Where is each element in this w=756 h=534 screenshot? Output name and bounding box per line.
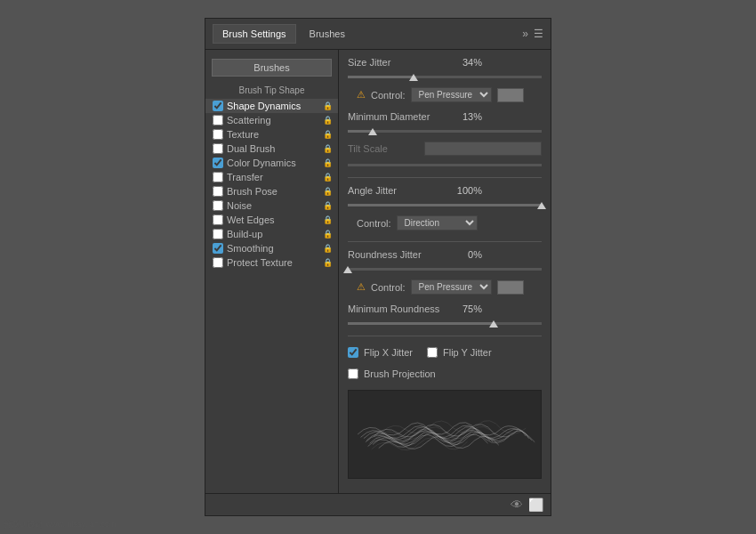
tilt-scale-label: Tilt Scale <box>348 143 419 154</box>
sidebar-item-color-dynamics[interactable]: Color Dynamics 🔒 <box>205 156 338 170</box>
lock-icon-3: 🔒 <box>323 130 333 139</box>
sidebar-item-smoothing[interactable]: Smoothing 🔒 <box>205 241 338 255</box>
scattering-checkbox[interactable] <box>213 115 223 125</box>
sidebar-item-scattering[interactable]: Scattering 🔒 <box>205 113 338 127</box>
warn-icon-1: ⚠ <box>357 89 366 101</box>
roundness-jitter-value: 0% <box>451 249 482 260</box>
flip-x-checkbox[interactable] <box>348 347 358 358</box>
brush-projection-checkbox[interactable] <box>348 368 358 379</box>
size-jitter-slider[interactable] <box>348 76 542 78</box>
min-diameter-row: Minimum Diameter 13% <box>348 111 542 122</box>
sidebar-item-noise[interactable]: Noise 🔒 <box>205 198 338 213</box>
panel-body: Brushes Brush Tip Shape Shape Dynamics 🔒… <box>205 50 551 493</box>
divider-2 <box>348 241 542 242</box>
tilt-scale-box[interactable] <box>424 142 542 156</box>
noise-checkbox[interactable] <box>213 200 223 211</box>
control-row-1: ⚠ Control: Pen Pressure Pen Tilt Stylus … <box>348 87 542 102</box>
lock-icon-2: 🔒 <box>323 116 333 125</box>
control-label-2: Control: <box>357 218 391 229</box>
control-row-2: Control: Direction Pen Pressure Pen Tilt… <box>348 215 542 231</box>
transfer-checkbox[interactable] <box>213 172 223 182</box>
control-label-1: Control: <box>371 90 406 101</box>
flip-y-checkbox[interactable] <box>427 347 438 358</box>
brush-settings-panel: Brush Settings Brushes » ☰ Brushes Brush… <box>205 18 551 516</box>
lock-icon-4: 🔒 <box>323 144 333 153</box>
brush-pose-checkbox[interactable] <box>213 186 223 197</box>
control-select-3[interactable]: Pen Pressure Pen Tilt Direction Off <box>411 279 492 295</box>
lock-icon-7: 🔒 <box>323 187 333 196</box>
brush-preview <box>348 390 542 479</box>
color-dynamics-checkbox[interactable] <box>213 158 223 168</box>
control-select-1[interactable]: Pen Pressure Pen Tilt Stylus Wheel Direc… <box>411 87 492 102</box>
brush-projection-label: Brush Projection <box>364 368 436 379</box>
size-jitter-label: Size Jitter <box>348 57 446 68</box>
control-select-2[interactable]: Direction Pen Pressure Pen Tilt Off <box>397 215 478 231</box>
brush-tip-shape-label: Brush Tip Shape <box>205 84 338 99</box>
dual-brush-checkbox[interactable] <box>213 143 223 154</box>
angle-jitter-label: Angle Jitter <box>348 185 446 196</box>
sidebar-item-brush-pose[interactable]: Brush Pose 🔒 <box>205 184 338 198</box>
lock-icon-1: 🔒 <box>323 101 333 110</box>
transfer-label: Transfer <box>227 172 263 182</box>
color-dynamics-label: Color Dynamics <box>227 158 296 168</box>
shape-dynamics-label: Shape Dynamics <box>227 101 301 111</box>
watermark: 苦瓜UI设计 www.missyuan.com <box>4 519 117 530</box>
angle-jitter-row: Angle Jitter 100% <box>348 185 542 196</box>
flip-x-label: Flip X Jitter <box>364 347 413 358</box>
header-icons: » ☰ <box>522 28 543 40</box>
sidebar-item-wet-edges[interactable]: Wet Edges 🔒 <box>205 213 338 227</box>
min-diameter-slider[interactable] <box>348 130 542 133</box>
protect-texture-checkbox[interactable] <box>213 257 223 268</box>
tilt-scale-row: Tilt Scale <box>348 142 542 156</box>
lock-icon-8: 🔒 <box>323 201 333 210</box>
flip-y-row: Flip Y Jitter <box>427 347 492 358</box>
min-roundness-slider[interactable] <box>348 322 542 325</box>
wet-edges-label: Wet Edges <box>227 214 275 225</box>
scattering-label: Scattering <box>227 115 271 125</box>
warn-icon-2: ⚠ <box>357 281 366 293</box>
wet-edges-checkbox[interactable] <box>213 214 223 225</box>
new-layer-icon[interactable]: ⬜ <box>528 498 543 512</box>
lock-icon-10: 🔒 <box>323 230 333 239</box>
panel-header: Brush Settings Brushes » ☰ <box>205 19 551 50</box>
roundness-jitter-label: Roundness Jitter <box>348 249 446 260</box>
eye-icon[interactable]: 👁 <box>511 498 523 512</box>
sidebar: Brushes Brush Tip Shape Shape Dynamics 🔒… <box>205 50 339 493</box>
panel-footer: 👁 ⬜ <box>205 493 551 515</box>
brush-projection-row: Brush Projection <box>348 368 542 379</box>
roundness-jitter-row: Roundness Jitter 0% <box>348 249 542 260</box>
angle-jitter-slider[interactable] <box>348 204 542 206</box>
main-content: Size Jitter 34% ⚠ Control: Pen Pressure … <box>339 50 551 493</box>
tab-brush-settings[interactable]: Brush Settings <box>213 24 296 44</box>
buildup-label: Build-up <box>227 229 262 239</box>
control-swatch-1 <box>497 88 524 102</box>
sidebar-item-transfer[interactable]: Transfer 🔒 <box>205 170 338 184</box>
forward-icon[interactable]: » <box>522 28 528 40</box>
tilt-scale-slider[interactable] <box>348 164 542 166</box>
divider-3 <box>348 336 542 336</box>
sidebar-item-shape-dynamics[interactable]: Shape Dynamics 🔒 <box>205 99 338 113</box>
buildup-checkbox[interactable] <box>213 229 223 239</box>
smoothing-checkbox[interactable] <box>213 243 223 254</box>
brushes-button[interactable]: Brushes <box>212 59 331 77</box>
texture-label: Texture <box>227 129 259 140</box>
sidebar-item-texture[interactable]: Texture 🔒 <box>205 127 338 142</box>
protect-texture-label: Protect Texture <box>227 257 293 268</box>
lock-icon-5: 🔒 <box>323 158 333 167</box>
min-roundness-row: Minimum Roundness 75% <box>348 303 542 314</box>
lock-icon-9: 🔒 <box>323 215 333 224</box>
min-roundness-value: 75% <box>451 303 482 314</box>
control-row-3: ⚠ Control: Pen Pressure Pen Tilt Directi… <box>348 279 542 295</box>
sidebar-item-buildup[interactable]: Build-up 🔒 <box>205 227 338 241</box>
roundness-jitter-slider[interactable] <box>348 268 542 271</box>
tab-brushes[interactable]: Brushes <box>300 24 355 44</box>
sidebar-item-dual-brush[interactable]: Dual Brush 🔒 <box>205 142 338 156</box>
dual-brush-label: Dual Brush <box>227 143 275 154</box>
control-label-3: Control: <box>371 282 406 293</box>
smoothing-label: Smoothing <box>227 243 274 254</box>
sidebar-item-protect-texture[interactable]: Protect Texture 🔒 <box>205 255 338 270</box>
shape-dynamics-checkbox[interactable] <box>213 101 223 111</box>
lock-icon-11: 🔒 <box>323 244 333 253</box>
texture-checkbox[interactable] <box>213 129 223 140</box>
menu-icon[interactable]: ☰ <box>534 28 543 40</box>
